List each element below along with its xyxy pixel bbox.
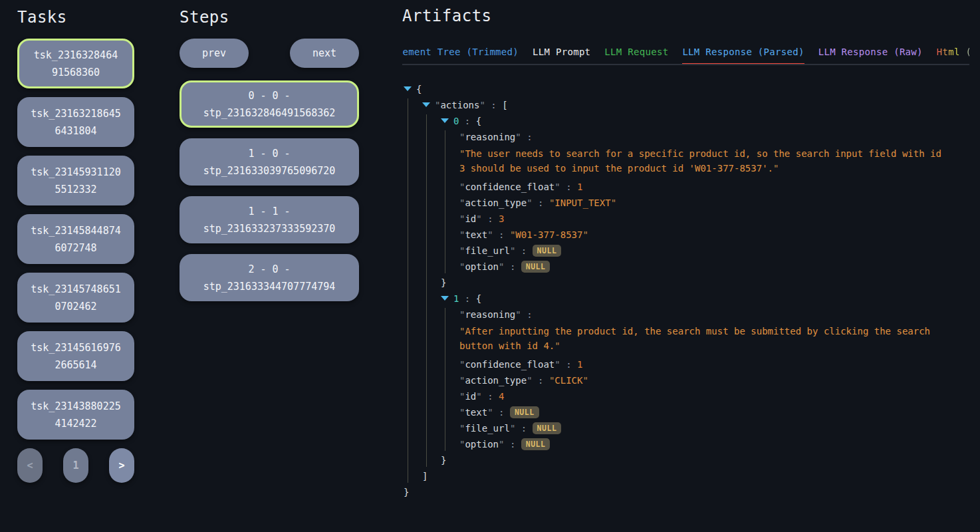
json-key: option xyxy=(459,439,504,450)
json-value: INPUT_TEXT xyxy=(549,198,616,208)
artifact-tab[interactable]: Element Tree (Trimmed) xyxy=(402,44,519,65)
artifact-tab[interactable]: LLM Request xyxy=(604,44,668,65)
artifact-tab-bar: Element Tree (Trimmed) LLM Prompt LLM Re… xyxy=(402,44,969,65)
tree-row: } xyxy=(441,276,969,289)
json-key: file_url xyxy=(459,423,515,434)
tree-row: confidence_float : 1 xyxy=(459,358,969,371)
next-page-button[interactable]: > xyxy=(109,448,134,483)
json-value: The user needs to search for a specific … xyxy=(459,148,941,174)
artifact-tab[interactable]: Html (Raw) xyxy=(937,44,969,65)
json-value-block: The user needs to search for a specific … xyxy=(459,146,951,176)
tree-row: confidence_float : 1 xyxy=(459,180,969,194)
json-value: NULL xyxy=(533,422,562,434)
chevron-right-icon: > xyxy=(118,460,124,471)
task-button[interactable]: tsk_231438802254142422 xyxy=(17,390,134,440)
task-button[interactable]: tsk_231458448746072748 xyxy=(17,214,134,264)
tree-row: 1 : { xyxy=(441,292,969,305)
tree-row: id : 4 xyxy=(459,390,969,403)
json-key: text xyxy=(459,229,493,240)
tree-row: file_url : NULL xyxy=(459,422,969,435)
json-key: reasoning xyxy=(459,132,521,142)
artifact-tab[interactable]: LLM Response (Raw) xyxy=(818,44,923,65)
json-tree: {actions : [0 : {reasoning : The user ne… xyxy=(402,82,969,499)
json-key: action_type xyxy=(459,375,533,386)
json-colon: : xyxy=(533,198,549,208)
task-button[interactable]: tsk_231632186456431804 xyxy=(17,97,134,147)
json-colon: : xyxy=(493,229,510,240)
task-button[interactable]: tsk_231457486510702462 xyxy=(17,273,134,323)
tree-row: file_url : NULL xyxy=(459,244,969,257)
collapse-triangle-icon[interactable] xyxy=(422,102,430,107)
tree-children: actions : [0 : {reasoning : The user nee… xyxy=(408,98,969,483)
prev-step-button[interactable]: prev xyxy=(180,39,249,68)
json-value: After inputting the product id, the sear… xyxy=(459,326,930,351)
json-bracket: } xyxy=(441,277,446,288)
artifact-tabs: Element Tree (Trimmed) LLM Prompt LLM Re… xyxy=(402,44,969,64)
tree-row: option : NULL xyxy=(459,260,969,273)
json-value: NULL xyxy=(521,438,551,450)
tree-row: actions : [ xyxy=(422,98,969,112)
tree-children: 0 : {reasoning : The user needs to searc… xyxy=(426,114,969,467)
json-value: CLICK xyxy=(549,375,588,386)
json-key: actions xyxy=(435,100,485,110)
json-key: text xyxy=(459,407,493,418)
json-colon: : xyxy=(482,213,499,224)
task-button[interactable]: tsk_231459311205512332 xyxy=(17,156,134,205)
json-key: reasoning xyxy=(459,309,521,320)
task-button[interactable]: tsk_231632846491568360 xyxy=(17,39,134,88)
task-list: tsk_231632846491568360 tsk_2316321864564… xyxy=(17,39,134,440)
json-value-block: After inputting the product id, the sear… xyxy=(459,324,951,353)
tree-row: reasoning : xyxy=(459,308,969,321)
json-colon: : xyxy=(493,407,510,418)
json-key: file_url xyxy=(459,245,515,256)
json-colon: : xyxy=(515,423,532,434)
step-button[interactable]: 0 - 0 - stp_231632846491568362 xyxy=(180,80,359,128)
artifacts-panel: Artifacts Element Tree (Trimmed) LLM Pro… xyxy=(402,7,969,501)
json-bracket: { xyxy=(416,84,422,94)
json-value: 3 xyxy=(499,213,504,224)
tree-row: text : NULL xyxy=(459,406,969,419)
tree-row: action_type : CLICK xyxy=(459,374,969,387)
tree-children: reasoning : The user needs to search for… xyxy=(445,130,969,273)
json-value: 1 xyxy=(577,182,582,192)
prev-page-button[interactable]: < xyxy=(17,448,43,483)
tree-row: } xyxy=(441,454,969,467)
artifacts-title: Artifacts xyxy=(402,7,969,25)
json-value: 4 xyxy=(499,391,504,402)
step-button[interactable]: 1 - 1 - stp_231633237333592370 xyxy=(180,196,359,243)
tree-row: { xyxy=(404,82,969,96)
tree-row: 0 : { xyxy=(441,114,969,128)
next-step-button[interactable]: next xyxy=(290,39,359,68)
json-value: NULL xyxy=(510,406,539,418)
tree-row: text : W01-377-8537 xyxy=(459,228,969,241)
steps-title: Steps xyxy=(180,8,359,27)
page-number-label: 1 xyxy=(72,460,78,471)
collapse-triangle-icon[interactable] xyxy=(404,86,412,91)
page-number-button[interactable]: 1 xyxy=(63,448,88,483)
json-value: W01-377-8537 xyxy=(510,229,588,240)
json-key: option xyxy=(459,261,504,272)
json-bracket: { xyxy=(476,293,481,304)
json-colon: : xyxy=(521,309,533,320)
json-colon: : xyxy=(459,293,475,304)
collapse-triangle-icon[interactable] xyxy=(441,118,449,123)
artifact-tab[interactable]: LLM Prompt xyxy=(533,44,590,65)
tree-row: action_type : INPUT_TEXT xyxy=(459,196,969,209)
json-key: id xyxy=(459,391,482,402)
step-button[interactable]: 1 - 0 - stp_231633039765096720 xyxy=(180,138,359,186)
json-colon: : xyxy=(515,245,532,256)
tree-children: reasoning : After inputting the product … xyxy=(445,308,969,451)
collapse-triangle-icon[interactable] xyxy=(441,296,449,301)
json-bracket: { xyxy=(476,116,481,126)
json-value: NULL xyxy=(533,245,562,257)
step-nav: prev next xyxy=(180,39,359,68)
task-button[interactable]: tsk_231456169762665614 xyxy=(17,331,134,381)
json-colon: : xyxy=(485,100,502,110)
step-button[interactable]: 2 - 0 - stp_231633344707774794 xyxy=(180,254,359,301)
tree-row: reasoning : xyxy=(459,130,969,144)
json-bracket: } xyxy=(404,487,409,497)
tree-row: } xyxy=(404,485,969,499)
tasks-panel: Tasks tsk_231632846491568360 tsk_2316321… xyxy=(17,8,134,483)
artifact-tab[interactable]: LLM Response (Parsed) xyxy=(682,44,804,65)
tree-row: id : 3 xyxy=(459,212,969,225)
